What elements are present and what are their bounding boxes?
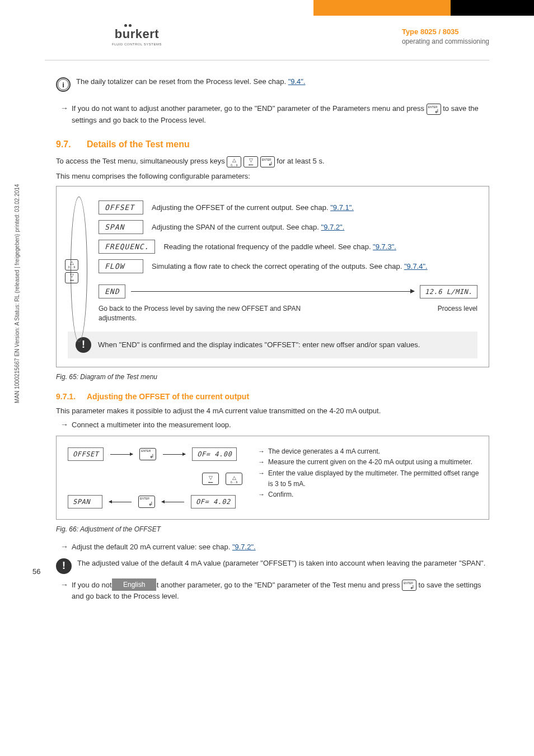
warning-span: ! The adjusted value of the default 4 mA… — [56, 558, 489, 574]
menu-label-end: END — [99, 284, 125, 298]
warning-icon: ! — [56, 558, 72, 574]
process-display: 12.6 L/MIN. — [420, 285, 477, 298]
enter-key-icon — [139, 448, 156, 460]
link-9-7-2[interactable]: "9.7.2". — [321, 223, 345, 231]
enter-key-icon — [402, 580, 416, 591]
nav-down-key-icon: ▽⟵ — [65, 272, 78, 283]
menu-item-end: END 12.6 L/MIN. — [99, 284, 477, 298]
page-header: burkert FLUID CONTROL SYSTEMS Type 8025 … — [0, 16, 534, 52]
header-divider — [45, 60, 489, 60]
down-key-icon — [202, 473, 219, 485]
arrow-icon: → — [258, 468, 265, 489]
arrow-icon: → — [258, 446, 265, 457]
menu-item-span: SPAN Adjusting the SPAN of the current o… — [99, 220, 477, 234]
enter-key-icon — [138, 496, 155, 508]
step-adjust-20ma: → Adjust the default 20 mA current value… — [60, 542, 489, 553]
sidebar-metadata: MAN 1000215667 EN Version: A Status: RL … — [14, 184, 20, 403]
step-connect-multimeter: → Connect a multimeter into the measurem… — [60, 419, 489, 431]
diag-line — [162, 502, 184, 502]
end-arrow — [131, 291, 414, 292]
diag-of402-box: OF= 4.02 — [191, 495, 236, 508]
process-level-label: Process level — [438, 304, 477, 323]
warning-end-offset: ! When "END" is confirmed and the displa… — [68, 332, 477, 358]
menu-item-frequenc: FREQUENC. Reading the rotational frequen… — [99, 240, 477, 254]
top-color-bar — [0, 0, 534, 16]
offset-intro: This parameter makes it possible to adju… — [56, 407, 489, 415]
figure-66-caption: Fig. 66: Adjustment of the OFFSET — [56, 525, 489, 533]
nav-keys: △0.....9 ▽⟵ — [65, 259, 78, 283]
diag-line — [109, 502, 132, 502]
link-9-7-1[interactable]: "9.7.1". — [330, 203, 354, 212]
menu-label-span: SPAN — [99, 220, 143, 234]
menu-label-offset: OFFSET — [99, 200, 143, 214]
link-9-4[interactable]: "9.4". — [288, 77, 306, 86]
menu-label-flow: FLOW — [99, 259, 143, 273]
offset-adjustment-diagram: OFFSET OF= 4.00 SPAN OF= 4.02 →The devic… — [56, 436, 489, 520]
info-icon: i — [56, 77, 71, 92]
offset-steps: →The device generates a 4 mA current. →M… — [258, 446, 481, 500]
diag-of400-box: OF= 4.00 — [192, 447, 237, 461]
test-menu-diagram: △0.....9 ▽⟵ OFFSET Adjusting the OFFSET … — [56, 186, 489, 367]
section-9-7-1-heading: 9.7.1.Adjusting the OFFSET of the curren… — [56, 392, 489, 401]
test-menu-access: To access the Test menu, simultaneously … — [56, 156, 489, 167]
doc-subtitle: operating and commissioning — [402, 38, 489, 45]
down-key-icon — [243, 156, 258, 167]
info-note: i The daily totalizer can be reset from … — [56, 77, 489, 92]
arrow-icon: → — [60, 103, 68, 114]
figure-65-caption: Fig. 65: Diagram of the Test menu — [56, 373, 489, 381]
page-number: 56 — [32, 567, 40, 576]
info-text: The daily totalizer can be reset from th… — [76, 77, 306, 86]
doc-type: Type 8025 / 8035 — [402, 27, 489, 36]
diag-line — [163, 454, 185, 455]
logo-subtext: FLUID CONTROL SYSTEMS — [112, 43, 162, 46]
menu-item-offset: OFFSET Adjusting the OFFSET of the curre… — [99, 200, 477, 214]
link-9-7-2[interactable]: "9.7.2". — [232, 543, 256, 551]
diag-line — [110, 454, 133, 455]
test-menu-params-intro: This menu comprises the following config… — [56, 172, 489, 180]
up-key-icon — [226, 473, 242, 485]
up-key-icon — [227, 156, 241, 167]
arrow-icon: → — [258, 489, 265, 500]
instruction-end-param: → If you do not want to adjust another p… — [60, 103, 489, 125]
section-9-7-heading: 9.7.Details of the Test menu — [56, 139, 489, 150]
arrow-icon: → — [60, 542, 68, 553]
link-9-7-3[interactable]: "9.7.3". — [373, 242, 396, 251]
end-description: Go back to the Process level by saving t… — [99, 304, 477, 323]
menu-label-frequenc: FREQUENC. — [99, 240, 155, 254]
footer-language: English — [112, 578, 156, 591]
link-9-7-4[interactable]: "9.7.4". — [404, 262, 428, 270]
menu-item-flow: FLOW Simulating a flow rate to check the… — [99, 259, 477, 273]
diag-offset-box: OFFSET — [68, 447, 104, 461]
arrow-icon: → — [60, 419, 68, 431]
logo-text: burkert — [112, 27, 162, 41]
logo: burkert FLUID CONTROL SYSTEMS — [112, 27, 162, 46]
enter-key-icon — [260, 156, 275, 167]
arrow-icon: → — [60, 580, 68, 591]
diag-span-box: SPAN — [68, 495, 102, 508]
warning-icon: ! — [76, 337, 91, 353]
nav-up-key-icon: △0.....9 — [65, 259, 78, 270]
arrow-icon: → — [258, 457, 265, 468]
enter-key-icon — [427, 104, 441, 115]
